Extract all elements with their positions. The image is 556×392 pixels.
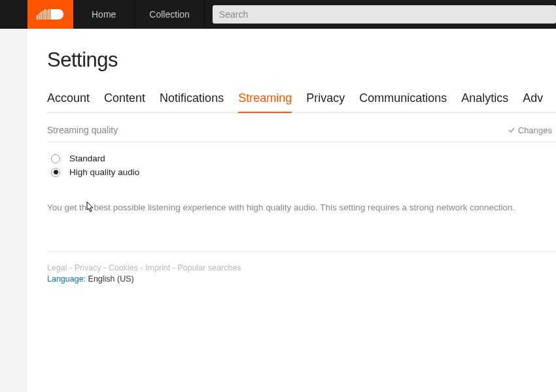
settings-page: Settings Account Content Notifications S… xyxy=(27,29,556,392)
radio-label: High quality audio xyxy=(69,167,139,177)
svg-rect-6 xyxy=(48,9,50,20)
page-footer: Legal - Privacy - Cookies - Imprint - Po… xyxy=(47,251,556,284)
changes-saved-indicator: Changes xyxy=(508,125,552,135)
radio-label: Standard xyxy=(69,154,105,163)
svg-rect-2 xyxy=(41,12,42,20)
svg-rect-3 xyxy=(43,10,44,20)
language-value: English (US) xyxy=(86,274,134,284)
radio-icon xyxy=(51,154,60,163)
footer-sep: - xyxy=(67,263,75,272)
page-title: Settings xyxy=(47,48,556,72)
nav-collection[interactable]: Collection xyxy=(135,0,204,29)
svg-rect-1 xyxy=(39,13,40,20)
section-title: Streaming quality xyxy=(47,125,118,135)
svg-rect-5 xyxy=(46,10,48,20)
nav-home[interactable]: Home xyxy=(73,0,135,29)
svg-rect-4 xyxy=(44,9,46,20)
changes-saved-label: Changes xyxy=(518,125,552,135)
footer-cookies[interactable]: Cookies xyxy=(109,263,138,272)
footer-privacy[interactable]: Privacy xyxy=(75,263,101,272)
tab-streaming[interactable]: Streaming xyxy=(238,91,292,113)
svg-rect-0 xyxy=(37,15,38,20)
tab-analytics[interactable]: Analytics xyxy=(461,91,508,112)
top-nav-bar: Home Collection xyxy=(0,0,556,29)
soundcloud-icon xyxy=(37,8,64,21)
search-container xyxy=(205,0,556,29)
footer-sep: - xyxy=(138,263,145,272)
footer-imprint[interactable]: Imprint xyxy=(145,263,170,272)
check-icon xyxy=(508,126,515,134)
footer-legal[interactable]: Legal xyxy=(47,263,67,272)
settings-tabs: Account Content Notifications Streaming … xyxy=(47,91,556,113)
language-line: Language: English (US) xyxy=(47,274,556,284)
tab-privacy[interactable]: Privacy xyxy=(306,91,345,112)
tab-advertising[interactable]: Adv xyxy=(523,91,543,112)
streaming-quality-header: Streaming quality Changes xyxy=(47,125,556,142)
search-input[interactable] xyxy=(213,5,556,24)
radio-standard[interactable]: Standard xyxy=(47,152,556,165)
footer-links: Legal - Privacy - Cookies - Imprint - Po… xyxy=(47,263,556,272)
soundcloud-logo[interactable] xyxy=(27,0,73,29)
tab-content[interactable]: Content xyxy=(104,91,145,112)
footer-popular[interactable]: Popular searches xyxy=(177,263,241,272)
language-label[interactable]: Language: xyxy=(47,274,86,284)
streaming-description: You get the best possible listening expe… xyxy=(47,201,556,214)
footer-sep: - xyxy=(101,263,109,272)
footer-sep: - xyxy=(170,263,177,272)
radio-high-quality[interactable]: High quality audio xyxy=(47,165,556,179)
radio-icon-selected xyxy=(51,168,60,177)
tab-communications[interactable]: Communications xyxy=(359,91,447,112)
tab-account[interactable]: Account xyxy=(47,91,90,112)
tab-notifications[interactable]: Notifications xyxy=(160,91,224,112)
